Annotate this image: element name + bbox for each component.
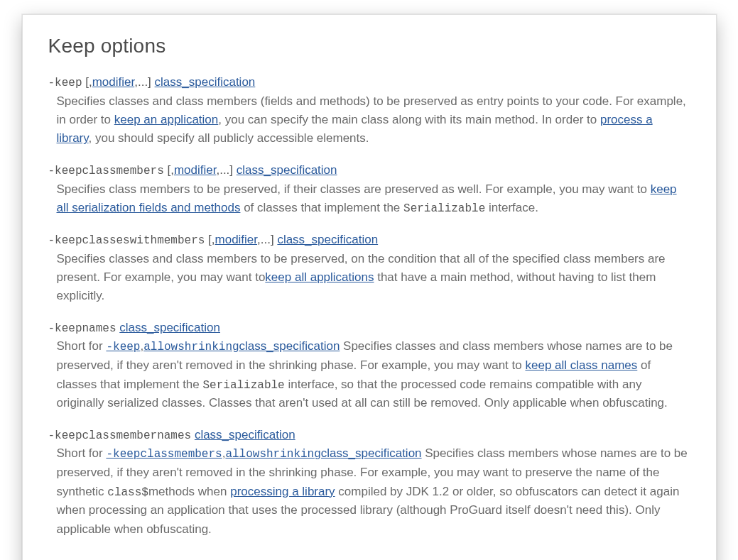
class-spec-link[interactable]: class_specification <box>237 163 337 177</box>
doc-card: Keep options -keep [,modifier,...] class… <box>22 14 717 560</box>
option-flag: -keepclasseswithmembers <box>48 234 205 247</box>
bracket-text: [, <box>82 75 92 89</box>
option-line: -keepclassmembers [,modifier,...] class_… <box>48 161 690 180</box>
modifier-link[interactable]: modifier <box>215 233 258 246</box>
class-spec-link[interactable]: class_specification <box>119 321 220 334</box>
desc-link[interactable]: keep an application <box>114 113 219 126</box>
desc-text: Short for <box>57 339 107 353</box>
option-description: Specifies classes and class members (fie… <box>48 92 690 148</box>
option-line: -keepclasseswithmembers [,modifier,...] … <box>48 231 690 250</box>
desc-mono-link[interactable]: allowshrinking <box>225 448 320 461</box>
option-entry: -keepclasseswithmembers [,modifier,...] … <box>48 231 690 306</box>
desc-mono-link[interactable]: allowshrinking <box>143 341 239 353</box>
class-spec-link[interactable]: class_specification <box>155 75 256 89</box>
option-description: Specifies classes and class members to b… <box>48 250 690 306</box>
class-spec-link[interactable]: class_specification <box>195 428 295 441</box>
desc-link[interactable]: class_specification <box>239 339 340 353</box>
bracket-text: [, <box>164 163 174 177</box>
class-spec-link[interactable]: class_specification <box>277 233 378 246</box>
desc-text: , you can specify the main class along w… <box>218 113 600 126</box>
option-flag: -keepclassmembers <box>48 165 164 177</box>
option-entry: -keep [,modifier,...] class_specificatio… <box>48 73 690 148</box>
option-entry: -keepclassmembernames class_specificatio… <box>48 426 690 539</box>
desc-link[interactable]: processing a library <box>230 485 335 498</box>
desc-mono-link[interactable]: -keepclassmembers <box>106 448 222 461</box>
bracket-text: ,...] <box>216 163 236 177</box>
desc-mono: Serializable <box>202 379 284 392</box>
option-entry: -keepnames class_specificationShort for … <box>48 319 690 413</box>
option-description: Short for -keepclassmembers,allowshrinki… <box>48 444 690 539</box>
bracket-text: ,...] <box>134 75 154 89</box>
desc-link[interactable]: keep all class names <box>525 358 637 372</box>
desc-text: , you should specify all publicly access… <box>89 131 369 145</box>
option-line: -keepclassmembernames class_specificatio… <box>48 426 690 445</box>
bracket-text: [, <box>205 233 215 246</box>
option-line: -keepnames class_specification <box>48 319 690 338</box>
desc-text: of classes that implement the <box>240 201 403 214</box>
desc-link[interactable]: class_specification <box>321 446 422 460</box>
option-flag: -keepnames <box>48 322 116 335</box>
desc-text: interface. <box>485 201 538 214</box>
option-line: -keep [,modifier,...] class_specificatio… <box>48 73 690 92</box>
page-title: Keep options <box>48 35 690 57</box>
desc-mono: Serializable <box>403 202 485 215</box>
modifier-link[interactable]: modifier <box>174 163 217 177</box>
option-flag: -keepclassmembernames <box>48 429 192 442</box>
option-entry: -keepclassmembers [,modifier,...] class_… <box>48 161 690 218</box>
desc-text: methods when <box>148 485 230 498</box>
modifier-link[interactable]: modifier <box>92 75 135 89</box>
desc-text: Specifies class members to be preserved,… <box>57 182 651 196</box>
desc-link[interactable]: keep all applications <box>265 270 374 284</box>
desc-text: Short for <box>57 446 107 460</box>
option-flag: -keep <box>48 77 82 89</box>
option-description: Short for -keep,allowshrinkingclass_spec… <box>48 337 690 412</box>
entries-container: -keep [,modifier,...] class_specificatio… <box>48 73 690 539</box>
desc-mono: class$ <box>107 486 148 499</box>
desc-mono-link[interactable]: -keep <box>106 341 140 353</box>
bracket-text: ,...] <box>257 233 277 246</box>
option-description: Specifies class members to be preserved,… <box>48 180 690 218</box>
